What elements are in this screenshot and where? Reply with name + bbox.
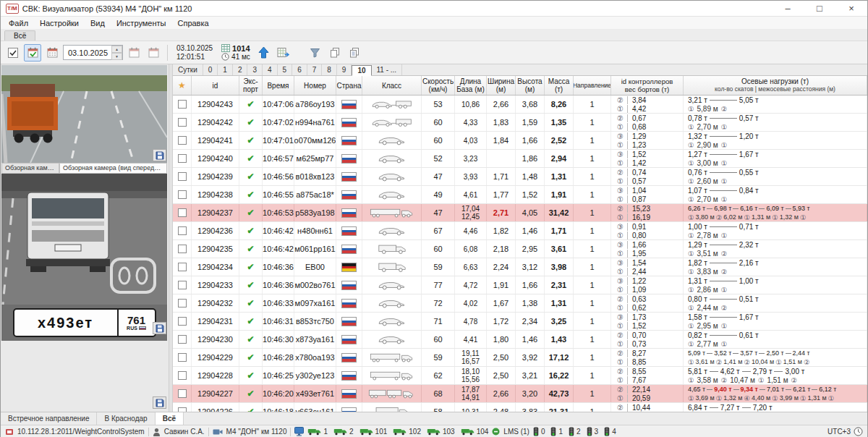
table-row[interactable]: 12904236✔10:46:42н480нн61674,461,821,461… <box>173 222 867 240</box>
table-row[interactable]: 12904237✔10:46:53р583уа1984717,0412,452,… <box>173 204 867 222</box>
menu-item[interactable]: Файл <box>3 18 34 28</box>
table-row[interactable]: 12904229✔10:46:28х780оа1935919,1116,572,… <box>173 349 867 367</box>
date-spinner[interactable]: ▲▼ <box>111 46 122 60</box>
column-header-axles[interactable]: Осевые нагрузки (т)кол-во скатов | межос… <box>684 76 867 95</box>
menu-item[interactable]: Настройки <box>34 18 85 28</box>
table-row[interactable]: 12904228✔10:46:25у302уе1236218,1015,562,… <box>173 367 867 385</box>
row-height: 3,92 <box>516 349 545 366</box>
row-checkbox[interactable] <box>178 226 187 235</box>
row-checkbox[interactable] <box>178 208 187 217</box>
table-row[interactable]: 12904227✔10:46:20х493ет7616817,8714,912,… <box>173 385 867 403</box>
column-header-speed[interactable]: Скорость(км/ч) <box>422 76 455 95</box>
row-checkbox[interactable] <box>178 263 187 271</box>
menu-item[interactable]: Справка <box>171 18 214 28</box>
row-checkbox[interactable] <box>178 299 187 307</box>
row-export-cell: ✔ <box>239 96 263 113</box>
page-tab[interactable]: 6 <box>292 64 307 75</box>
page-tab[interactable]: 3 <box>247 64 263 75</box>
row-checkbox[interactable] <box>178 335 187 344</box>
row-checkbox[interactable] <box>178 190 187 199</box>
table-row[interactable]: 12904239✔10:46:56в018хв123473,931,711,48… <box>173 168 867 186</box>
row-checkbox[interactable] <box>178 245 187 253</box>
column-header-export[interactable]: Экс-порт <box>239 76 263 95</box>
table-row[interactable]: 12904230✔10:46:30х873уа161604,411,801,46… <box>173 331 867 349</box>
column-header-vclass[interactable]: Класс <box>362 76 422 95</box>
close-button[interactable]: × <box>835 1 867 16</box>
copy-button[interactable] <box>326 44 344 61</box>
column-header-country[interactable]: Страна <box>336 76 362 95</box>
column-header-ctrl[interactable]: id контроллероввес бортов (т) <box>611 76 684 95</box>
menu-item[interactable]: Вид <box>85 18 111 28</box>
prev-day-button[interactable] <box>125 44 142 61</box>
scroll-to-top-button[interactable] <box>255 44 273 61</box>
column-header-sel[interactable]: ★ <box>173 76 192 95</box>
export-table-button[interactable] <box>275 44 292 61</box>
row-checkbox[interactable] <box>178 118 187 127</box>
spin-up-icon[interactable]: ▲ <box>111 46 122 53</box>
direction-tab[interactable]: Встречное направление <box>1 412 97 425</box>
row-checkbox[interactable] <box>178 281 187 289</box>
view-filter-tab[interactable]: Всё <box>4 30 35 41</box>
table-row[interactable]: 12904233✔10:46:36м002во761774,721,911,66… <box>173 276 867 294</box>
menu-item[interactable]: Инструменты <box>111 18 172 28</box>
direction-tab[interactable]: Всё <box>156 412 184 425</box>
page-tab[interactable]: 4 <box>263 64 278 75</box>
column-header-length[interactable]: ДлинаБаза (м) <box>455 76 487 95</box>
row-checkbox[interactable] <box>178 154 187 163</box>
calendar-filter-toggle[interactable] <box>24 44 41 61</box>
table-row[interactable]: 12904238✔10:46:55а875ас18*494,611,771,52… <box>173 186 867 204</box>
table-row[interactable]: 12904242✔10:47:02н994на761604,331,831,59… <box>173 114 867 132</box>
camera-tab[interactable]: Обзорная каме... <box>1 163 59 174</box>
table-row[interactable]: 12904226✔10:46:18у663сн1615810,312,483,8… <box>173 403 867 412</box>
page-tab[interactable]: 8 <box>322 64 337 75</box>
column-header-time[interactable]: Время <box>263 76 294 95</box>
page-tab[interactable]: 5 <box>278 64 293 75</box>
table-row[interactable]: 12904243✔10:47:06а786оу1935310,862,663,6… <box>173 96 867 114</box>
row-checkbox[interactable] <box>178 389 187 398</box>
maximize-button[interactable]: □ <box>804 1 835 16</box>
next-day-button[interactable] <box>145 44 162 61</box>
page-tab[interactable]: 10 <box>352 65 371 76</box>
save-overview-image-button[interactable] <box>153 149 166 161</box>
row-export-cell: ✔ <box>239 385 263 402</box>
filter-button[interactable] <box>307 44 324 61</box>
copy-with-headers-button[interactable] <box>346 44 363 61</box>
table-row[interactable]: 12904241✔10:47:01о070мм126604,031,841,66… <box>173 132 867 150</box>
page-tab[interactable]: 2 <box>233 64 248 75</box>
minimize-button[interactable]: – <box>772 1 804 16</box>
column-header-plate[interactable]: Номер <box>294 76 336 95</box>
calendar-button[interactable] <box>43 44 61 61</box>
row-direction: 1 <box>574 240 611 258</box>
page-tab[interactable]: Сутки <box>173 64 203 75</box>
page-tab[interactable]: 0 <box>203 64 218 75</box>
column-header-height[interactable]: Высота(м) <box>516 76 545 95</box>
camera-tab[interactable]: Обзорная камера (вид спереди; ... <box>59 163 167 174</box>
row-checkbox[interactable] <box>178 407 187 412</box>
row-checkbox[interactable] <box>178 136 187 145</box>
save-all-images-button[interactable] <box>153 396 166 409</box>
direction-tab[interactable]: В Краснодар <box>97 412 155 425</box>
table-row[interactable]: 12904235✔10:46:42м061рр161606,082,182,95… <box>173 240 867 258</box>
row-checkbox[interactable] <box>178 371 187 380</box>
page-tab[interactable]: 1 <box>218 64 233 75</box>
save-plate-image-button[interactable] <box>153 322 166 334</box>
date-picker[interactable]: 03.10.2025 ▲▼ <box>63 45 123 60</box>
page-tab[interactable]: 7 <box>307 64 323 75</box>
table-row[interactable]: 12904234✔10:46:36ЕВ00596,632,243,123,981… <box>173 258 867 276</box>
page-tab[interactable]: 9 <box>337 64 352 75</box>
page-tab[interactable]: 11 - ... <box>372 64 403 75</box>
spin-down-icon[interactable]: ▼ <box>111 53 122 60</box>
column-header-id[interactable]: id <box>192 76 239 95</box>
row-checkbox[interactable] <box>178 317 187 326</box>
table-row[interactable]: 12904240✔10:46:57м625мр77523,231,862,941… <box>173 150 867 168</box>
column-header-dir[interactable]: Направление <box>574 76 611 95</box>
select-records-button[interactable] <box>4 44 22 61</box>
column-header-width[interactable]: Ширина(м) <box>487 76 516 95</box>
row-checkbox[interactable] <box>178 172 187 181</box>
column-header-mass[interactable]: Масса(т) <box>545 76 574 95</box>
table-row[interactable]: 12904231✔10:46:31в853тс750714,781,722,34… <box>173 313 867 331</box>
header-label: Скорость <box>422 77 454 85</box>
row-checkbox[interactable] <box>178 353 187 362</box>
row-checkbox[interactable] <box>178 100 187 109</box>
table-row[interactable]: 12904232✔10:46:33м097ха161724,021,671,38… <box>173 294 867 313</box>
